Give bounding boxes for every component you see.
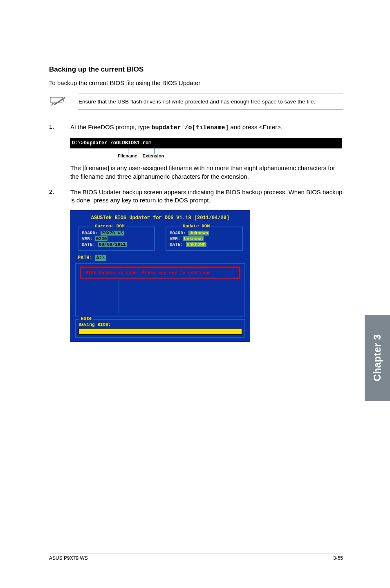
- file-list-box: BIOS backup is done! Press any key to co…: [75, 263, 245, 316]
- path-line: PATH: A:\: [71, 254, 249, 263]
- chapter-tab: Chapter 3: [365, 315, 390, 401]
- board-label: BOARD:: [170, 231, 186, 236]
- step-body: At the FreeDOS prompt, type bupdater /o[…: [70, 123, 343, 132]
- step-body: The BIOS Updater backup screen appears i…: [70, 188, 343, 205]
- divider: [119, 280, 119, 313]
- bios-updater-screen: ASUSTek BIOS Updater for DOS V1.18 [2011…: [70, 210, 250, 342]
- step-number: 1.: [49, 123, 56, 132]
- note-text: Ensure that the USB flash drive is not w…: [78, 94, 343, 110]
- ver-label: VER:: [170, 236, 180, 241]
- intro-text: To backup the current BIOS file using th…: [49, 79, 343, 86]
- footer-left: ASUS P9X79 WS: [49, 555, 88, 561]
- note-row: Ensure that the USB flash drive is not w…: [49, 94, 343, 110]
- cmd-dot: .: [140, 140, 143, 146]
- board-value: P9X79 WS: [101, 231, 124, 236]
- cmd-filename: oOLDBIOS1: [113, 140, 140, 146]
- step1-text-a: At the FreeDOS prompt, type: [70, 123, 151, 130]
- current-rom-legend: Current ROM: [93, 224, 126, 229]
- board-value: Unknown: [188, 231, 209, 236]
- date-label: DATE:: [170, 242, 183, 247]
- step1-cmd: bupdater /o[filename]: [151, 124, 229, 131]
- update-rom-legend: Update ROM: [181, 224, 211, 229]
- note-legend: Note: [79, 316, 93, 321]
- chapter-label: Chapter 3: [372, 334, 383, 381]
- step-1: 1. At the FreeDOS prompt, type bupdater …: [49, 123, 343, 132]
- ver-value: 0220: [95, 236, 108, 241]
- ver-label: VER:: [82, 236, 92, 241]
- footer-right: 3-55: [333, 555, 343, 561]
- command-line: D:\>bupdater /oOLDBIOS1.rom: [70, 138, 342, 148]
- step-number: 2.: [49, 188, 56, 205]
- note-box: Note Saving BIOS:: [75, 319, 245, 338]
- callouts: Filename Extension: [70, 153, 342, 158]
- current-rom-box: Current ROM BOARD: P9X79 WS VER: 0220 DA…: [78, 227, 155, 251]
- callout-filename: Filename: [118, 153, 137, 158]
- path-value: A:\: [95, 255, 106, 261]
- ver-value: Unknown: [183, 236, 204, 241]
- step1-sub: The [filename] is any user-assigned file…: [70, 164, 343, 181]
- cmd-ext: rom: [143, 140, 152, 146]
- cmd-prefix: D:\>bupdater /: [72, 140, 113, 146]
- update-rom-box: Update ROM BOARD: Unknown VER: Unknown D…: [166, 227, 243, 251]
- saving-label: Saving BIOS:: [78, 322, 242, 327]
- callout-ticks: │ │: [70, 149, 342, 153]
- done-message: BIOS backup is done! Press any key to co…: [80, 267, 240, 279]
- step-2: 2. The BIOS Updater backup screen appear…: [49, 188, 343, 205]
- board-label: BOARD:: [82, 231, 98, 236]
- tick-icon: │: [127, 149, 130, 152]
- command-block: D:\>bupdater /oOLDBIOS1.rom │ │ Filename…: [70, 138, 342, 158]
- tick-icon: │: [153, 149, 157, 152]
- progress-bar: [78, 329, 242, 334]
- path-label: PATH:: [78, 255, 92, 261]
- date-label: DATE:: [82, 242, 95, 247]
- page-footer: ASUS P9X79 WS 3-55: [49, 554, 343, 561]
- date-value: 08/09/2011: [98, 242, 127, 247]
- pencil-icon: [49, 96, 66, 108]
- step1-text-b: and press <Enter>.: [229, 123, 282, 130]
- date-value: Unknown: [186, 242, 206, 247]
- callout-extension: Extension: [143, 153, 164, 158]
- section-heading: Backing up the current BIOS: [49, 65, 343, 74]
